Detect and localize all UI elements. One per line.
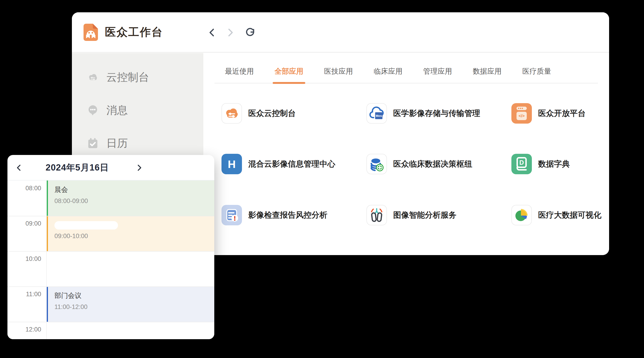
chevron-right-icon — [224, 26, 237, 39]
app-logo-icon — [80, 22, 101, 43]
app-label: 医疗大数据可视化 — [538, 210, 602, 220]
event-time: 08:00-09:00 — [54, 197, 214, 205]
calendar-header: 2024年5月16日 — [8, 155, 214, 180]
hour-gridline — [8, 322, 214, 322]
app-image-ai-analysis[interactable]: 图像智能分析服务 — [366, 205, 456, 225]
app-big-data-visualization[interactable]: 医疗大数据可视化 — [512, 205, 602, 225]
app-tabs: 最近使用 全部应用 医技应用 临床应用 管理应用 数据应用 医疗质量 — [214, 53, 598, 83]
calendar-panel: 2024年5月16日 晨会 08:00-09:00 09:00-10:00 部门… — [8, 155, 214, 339]
sidebar-item-calendar[interactable]: 日历 — [72, 131, 203, 156]
app-tile: </> — [512, 103, 532, 124]
refresh-button[interactable] — [244, 26, 257, 39]
app-label: 医众云控制台 — [248, 108, 296, 119]
time-label: 09:00 — [8, 220, 41, 227]
tab-all-apps[interactable]: 全部应用 — [274, 66, 304, 83]
event-department-meeting[interactable]: 部门会议 11:00-12:00 — [46, 286, 214, 322]
content-area: 最近使用 全部应用 医技应用 临床应用 管理应用 数据应用 医疗质量 — [203, 53, 609, 255]
app-label: 图像智能分析服务 — [393, 210, 456, 220]
mos-badge: Mos — [376, 114, 382, 118]
time-label: 08:00 — [8, 185, 41, 192]
app-cloud-console[interactable]: 医众云控制台 — [222, 103, 296, 124]
hour-gridline — [8, 251, 214, 252]
calendar-next-day-button[interactable] — [132, 161, 146, 174]
app-label: 医学影像存储与传输管理 — [393, 108, 480, 119]
tab-admin-apps[interactable]: 管理应用 — [423, 66, 452, 83]
app-label: 医众临床数据决策枢纽 — [393, 159, 472, 169]
app-medical-image-storage[interactable]: Mos 医学影像存储与传输管理 — [366, 103, 480, 124]
sidebar-item-label: 消息 — [106, 103, 128, 118]
calendar-day-grid: 晨会 08:00-09:00 09:00-10:00 部门会议 11:00-12… — [8, 180, 214, 339]
calendar-date-title: 2024年5月16日 — [34, 155, 120, 180]
sidebar-item-label: 云控制台 — [106, 70, 149, 85]
app-label: 医众开放平台 — [538, 108, 586, 119]
app-tile — [222, 103, 242, 124]
pie-chart-icon — [512, 205, 532, 225]
event-time: 09:00-10:00 — [54, 232, 214, 240]
tab-quality[interactable]: 医疗质量 — [522, 66, 551, 83]
nav-back-button[interactable] — [206, 26, 218, 39]
sidebar-item-label: 日历 — [106, 136, 128, 151]
lungs-ai-icon — [367, 205, 386, 225]
app-label: 混合云影像信息管理中心 — [248, 159, 335, 169]
app-clinical-data-hub[interactable]: 医众临床数据决策枢纽 — [366, 154, 472, 174]
time-label: 12:00 — [8, 326, 41, 333]
chevron-left-icon — [206, 26, 218, 39]
app-report-risk-analysis[interactable]: 影像检查报告风控分析 — [222, 205, 327, 225]
app-label: 影像检查报告风控分析 — [248, 210, 327, 220]
app-tile — [512, 205, 532, 225]
app-label: 数据字典 — [538, 159, 570, 169]
time-label: 10:00 — [8, 255, 41, 263]
chevron-right-icon — [134, 163, 144, 172]
app-tile — [366, 205, 387, 225]
chevron-left-icon — [14, 163, 24, 172]
message-icon — [87, 104, 99, 116]
event-morning-meeting[interactable]: 晨会 08:00-09:00 — [46, 180, 214, 216]
sidebar-item-messages[interactable]: 消息 — [72, 98, 203, 123]
sidebar-item-cloud-console[interactable]: 云控制台 — [72, 65, 203, 90]
refresh-icon — [244, 26, 257, 39]
cloud-console-icon — [87, 71, 99, 83]
tab-clinical-apps[interactable]: 临床应用 — [374, 66, 402, 83]
hybrid-h-icon: H — [228, 158, 236, 171]
time-label: 11:00 — [8, 291, 41, 298]
mos-cloud-icon: Mos — [367, 103, 386, 124]
nav-forward-button[interactable] — [224, 26, 237, 39]
calendar-icon — [87, 137, 99, 149]
report-risk-icon — [222, 205, 242, 225]
cloud-sliders-icon — [222, 103, 242, 124]
app-tile: H — [222, 154, 242, 174]
event-title: 部门会议 — [54, 291, 214, 300]
database-plus-icon — [367, 154, 386, 174]
app-title: 医众工作台 — [105, 12, 163, 52]
calendar-prev-day-button[interactable] — [12, 161, 26, 174]
dictionary-book-icon: D — [512, 154, 532, 174]
open-platform-icon: </> — [512, 103, 532, 124]
app-open-platform[interactable]: </> 医众开放平台 — [512, 103, 586, 124]
tab-data-apps[interactable]: 数据应用 — [473, 66, 502, 83]
event-title: 晨会 — [54, 185, 214, 194]
tab-recent[interactable]: 最近使用 — [225, 66, 254, 83]
app-tile: D — [512, 154, 532, 174]
event-title-redacted-pill — [54, 221, 118, 229]
app-tile — [222, 205, 242, 225]
time-gutter-divider — [46, 180, 47, 339]
app-tile: Mos — [366, 103, 387, 124]
dictionary-letter: D — [519, 159, 524, 166]
app-hybrid-cloud-imaging[interactable]: H 混合云影像信息管理中心 — [222, 154, 335, 174]
tab-medtech-apps[interactable]: 医技应用 — [324, 66, 353, 83]
event-time: 11:00-12:00 — [54, 303, 214, 311]
app-tile — [366, 154, 387, 174]
event-redacted[interactable]: 09:00-10:00 — [46, 216, 214, 251]
code-glyph: </> — [518, 114, 525, 118]
window-header: 医众工作台 — [72, 12, 609, 52]
hour-gridline — [8, 286, 214, 287]
app-data-dictionary[interactable]: D 数据字典 — [512, 154, 570, 174]
hour-gridline — [8, 216, 214, 216]
screen: 医众工作台 — [0, 0, 644, 358]
